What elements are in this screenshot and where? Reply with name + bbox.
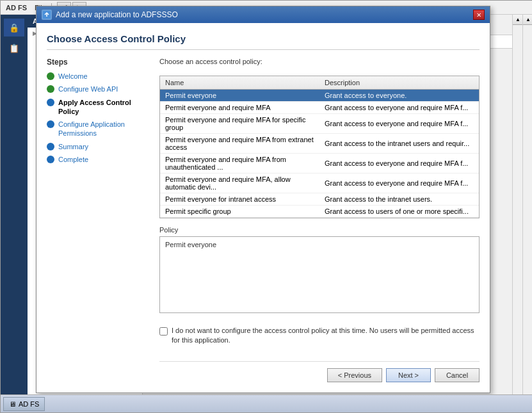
dialog-title-text: Add a new application to ADFSSSO (56, 10, 473, 19)
steps-title: Steps (47, 58, 149, 67)
step-item-configure-app: Configure Application Permissions (47, 120, 149, 138)
table-cell-description: Grant access to users of one or more spe… (319, 206, 479, 218)
table-cell-description: Grant access to everyone and require MFA… (319, 154, 479, 174)
table-cell-description: Grant access to everyone and require MFA… (319, 102, 479, 114)
step-dot-summary (47, 143, 54, 150)
policy-box: Permit everyone (159, 236, 480, 313)
nav-icon-adfs: 🔒 (4, 19, 24, 36)
col-header-description: Description (319, 76, 479, 90)
step-dot-configure-app (47, 120, 54, 128)
taskbar: 🖥 AD FS (1, 394, 532, 412)
table-cell-name: Permit everyone and require MFA, allow a… (160, 174, 319, 193)
step-label-complete[interactable]: Complete (58, 155, 88, 164)
choose-policy-label: Choose an access control policy: (159, 58, 480, 65)
page-title: Choose Access Control Policy (47, 33, 480, 50)
taskbar-icon: 🖥 (9, 400, 16, 408)
dialog-title-icon (42, 10, 52, 20)
table-row[interactable]: Permit specific groupGrant access to use… (160, 206, 479, 218)
step-dot-configure-web-api (47, 85, 54, 93)
table-cell-description: Grant access to everyone and require MFA… (319, 114, 479, 134)
scroll-up-btn[interactable]: ▲ (513, 15, 522, 25)
table-cell-name: Permit everyone and require MFA for spec… (160, 114, 319, 134)
table-row[interactable]: Permit everyone and require MFA from ext… (160, 134, 479, 154)
step-label-apply-access[interactable]: Apply Access Control Policy (58, 98, 149, 117)
table-cell-description: Grant access to everyone. (319, 90, 479, 102)
no-policy-label: I do not want to configure the access co… (172, 326, 480, 346)
taskbar-label: AD FS (19, 400, 39, 408)
next-button[interactable]: Next > (386, 368, 431, 382)
main-scroll-up[interactable]: ▲ (523, 15, 532, 25)
step-item-complete: Complete (47, 155, 149, 164)
step-label-configure-app[interactable]: Configure Application Permissions (58, 120, 149, 138)
taskbar-item-adfs[interactable]: 🖥 AD FS (3, 397, 45, 411)
dialog-close-button[interactable]: ✕ (473, 10, 485, 20)
nav-icon-2: 📋 (4, 39, 24, 57)
step-dot-welcome (47, 72, 54, 80)
table-cell-name: Permit everyone for intranet access (160, 193, 319, 206)
table-cell-name: Permit everyone and require MFA (160, 102, 319, 114)
table-row[interactable]: Permit everyone and require MFA, allow a… (160, 174, 479, 193)
table-cell-name: Permit everyone and require MFA from una… (160, 154, 319, 174)
policy-text: Permit everyone (165, 241, 216, 248)
table-cell-name: Permit everyone (160, 90, 319, 102)
step-label-summary[interactable]: Summary (58, 142, 88, 151)
step-item-apply-access: Apply Access Control Policy (47, 98, 149, 117)
table-cell-name: Permit everyone and require MFA from ext… (160, 134, 319, 154)
policy-table-container: Name Description Permit everyoneGrant ac… (159, 76, 480, 218)
dialog: Add a new application to ADFSSSO ✕ Choos… (36, 6, 490, 393)
dialog-titlebar: Add a new application to ADFSSSO ✕ (36, 6, 490, 23)
table-row[interactable]: Permit everyone and require MFA for spec… (160, 114, 479, 134)
cancel-button[interactable]: Cancel (435, 368, 480, 382)
content-panel: Choose an access control policy: Name De… (159, 58, 480, 382)
table-cell-description: Grant access to the intranet users and r… (319, 134, 479, 154)
step-item-welcome: Welcome (47, 72, 149, 81)
col-header-name: Name (160, 76, 319, 90)
table-row[interactable]: Permit everyone and require MFAGrant acc… (160, 102, 479, 114)
step-dot-complete (47, 156, 54, 163)
policy-section: Policy Permit everyone (159, 226, 480, 313)
step-item-summary: Summary (47, 142, 149, 151)
previous-button[interactable]: < Previous (327, 368, 382, 382)
dialog-footer: < Previous Next > Cancel (159, 361, 480, 382)
step-item-configure-web-api: Configure Web API (47, 85, 149, 93)
policy-table: Name Description Permit everyoneGrant ac… (160, 76, 479, 218)
checkbox-row: I do not want to configure the access co… (159, 326, 480, 346)
table-cell-description: Grant access to the intranet users. (319, 193, 479, 206)
adfs-menu-file: AD FS (6, 4, 27, 12)
table-row[interactable]: Permit everyoneGrant access to everyone. (160, 90, 479, 102)
table-row[interactable]: Permit everyone for intranet accessGrant… (160, 193, 479, 206)
table-row[interactable]: Permit everyone and require MFA from una… (160, 154, 479, 174)
steps-panel: Steps Welcome Configure Web API Apply Ac… (47, 58, 149, 382)
policy-box-label: Policy (159, 226, 480, 234)
os-window: AD FS File ◀ ▶ 🔒 📋 AD FS (0, 0, 532, 413)
step-dot-apply-access (47, 99, 54, 106)
no-policy-checkbox[interactable] (159, 327, 168, 336)
table-cell-description: Grant access to everyone and require MFA… (319, 174, 479, 193)
step-label-configure-web-api[interactable]: Configure Web API (58, 85, 118, 93)
table-cell-name: Permit specific group (160, 206, 319, 218)
step-label-welcome[interactable]: Welcome (58, 72, 88, 81)
